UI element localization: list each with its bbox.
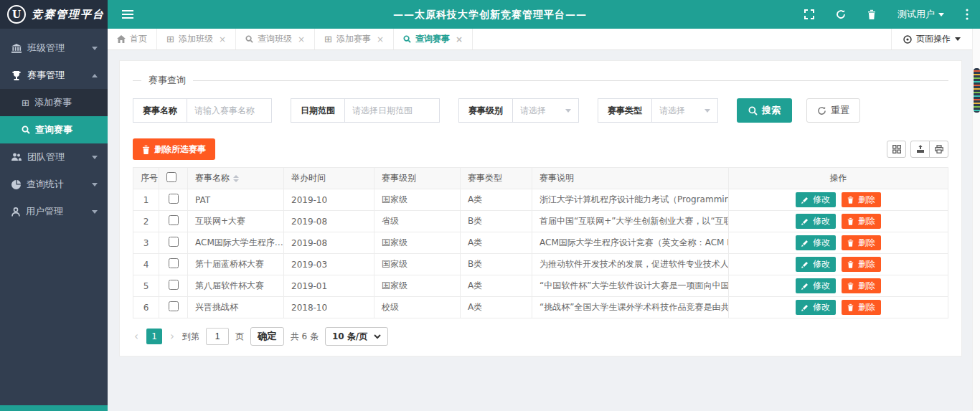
print-button[interactable]	[929, 141, 948, 158]
current-page-button[interactable]: 1	[146, 329, 162, 344]
competition-name: PAT	[188, 189, 284, 211]
goto-page-input[interactable]	[206, 328, 229, 345]
sidebar-toggle-icon[interactable]	[108, 10, 148, 19]
tab-home[interactable]: 首页	[108, 29, 157, 49]
competition-name-filter: 赛事名称	[133, 98, 272, 123]
competition-type-filter: 赛事类型 请选择	[598, 98, 718, 123]
scrollbar-thumb[interactable]	[974, 68, 980, 113]
edit-button[interactable]: 修改	[796, 192, 836, 207]
delete-selected-button[interactable]: 删除所选赛事	[133, 138, 215, 160]
tab-query-competition[interactable]: 查询赛事 ×	[394, 29, 473, 49]
competition-name: 第八届软件杯大赛	[188, 275, 284, 297]
chevron-down-icon	[92, 156, 98, 159]
sidebar-subitem-label: 查询赛事	[35, 123, 72, 136]
sort-icon[interactable]	[233, 175, 239, 182]
refresh-icon[interactable]	[836, 9, 846, 19]
query-panel: 赛事查询 赛事名称 日期范围 赛事级别 请	[119, 60, 962, 356]
row-index: 4	[133, 254, 159, 275]
tab-add-class[interactable]: ⊞ 添加班级 ×	[157, 29, 236, 49]
competition-level-select[interactable]: 请选择	[513, 98, 579, 123]
user-menu[interactable]: 测试用户	[897, 8, 944, 21]
trash-icon	[847, 260, 854, 268]
sidebar-item-add-competition[interactable]: ⊞ 添加赛事	[0, 89, 108, 116]
sidebar-item-query-statistics[interactable]: 查询统计	[0, 171, 108, 198]
close-icon[interactable]: ×	[298, 34, 305, 44]
edit-button[interactable]: 修改	[796, 300, 836, 315]
competition-name-input[interactable]	[187, 98, 272, 123]
competition-time: 2019-10	[284, 189, 374, 211]
sidebar-item-competition-management[interactable]: 赛事管理	[0, 62, 108, 89]
delete-button[interactable]: 删除	[842, 214, 881, 229]
tab-add-competition[interactable]: ⊞ 添加赛事 ×	[315, 29, 394, 49]
tab-query-class[interactable]: 查询班级 ×	[236, 29, 315, 49]
edit-button[interactable]: 修改	[796, 257, 836, 272]
header-name[interactable]: 赛事名称	[188, 168, 284, 189]
delete-button[interactable]: 删除	[842, 300, 881, 315]
competition-time: 2019-03	[284, 254, 374, 275]
row-checkbox[interactable]	[169, 237, 179, 247]
trash-icon	[847, 239, 854, 247]
fullscreen-icon[interactable]	[804, 9, 814, 19]
search-button[interactable]: 搜索	[737, 98, 792, 123]
trash-icon	[142, 145, 150, 154]
edit-button[interactable]: 修改	[796, 214, 836, 229]
plus-square-icon: ⊞	[166, 34, 174, 44]
page-size-select[interactable]: 10 条/页	[325, 327, 388, 346]
target-icon	[903, 35, 912, 44]
edit-button[interactable]: 修改	[796, 278, 836, 293]
competition-level: 校级	[374, 297, 461, 318]
row-index: 5	[133, 275, 159, 297]
prev-page-icon[interactable]: ‹	[133, 330, 140, 343]
competition-type-select[interactable]: 请选择	[652, 98, 718, 123]
date-range-input[interactable]	[345, 98, 440, 123]
delete-button[interactable]: 删除	[842, 257, 881, 272]
chevron-down-icon	[565, 109, 571, 113]
search-icon	[245, 35, 253, 43]
delete-button[interactable]: 删除	[842, 235, 881, 250]
competition-name: 互联网+大赛	[188, 211, 284, 232]
trash-icon	[847, 303, 854, 311]
competition-name: 兴晋挑战杯	[188, 297, 284, 318]
close-icon[interactable]: ×	[456, 34, 463, 44]
select-all-checkbox[interactable]	[166, 172, 176, 182]
pencil-icon	[801, 197, 809, 204]
page-operations-dropdown[interactable]: 页面操作	[891, 29, 972, 49]
row-checkbox[interactable]	[169, 280, 179, 290]
sidebar-item-user-management[interactable]: 用户管理	[0, 198, 108, 225]
sidebar-item-team-management[interactable]: 团队管理	[0, 143, 108, 171]
page-size-label: 10 条/页	[332, 331, 367, 343]
reset-button[interactable]: 重置	[806, 98, 860, 123]
next-page-icon[interactable]: ›	[169, 330, 176, 343]
export-button[interactable]	[910, 141, 930, 158]
row-checkbox[interactable]	[169, 258, 179, 268]
total-count-label: 共 6 条	[291, 331, 319, 343]
toggle-columns-button[interactable]	[887, 141, 906, 158]
competition-level: 国家级	[374, 254, 461, 275]
competition-time: 2019-01	[284, 275, 374, 297]
close-icon[interactable]: ×	[219, 34, 226, 44]
competition-description: 浙江大学计算机程序设计能力考试（Programming Ability T…	[532, 189, 729, 211]
competition-type: B类	[461, 254, 532, 275]
delete-button[interactable]: 删除	[842, 278, 881, 293]
competition-name: 第十届蓝桥杯大赛	[188, 254, 284, 275]
sidebar-item-label: 赛事管理	[27, 69, 65, 82]
more-options-icon[interactable]	[966, 9, 969, 20]
delete-selected-label: 删除所选赛事	[154, 143, 206, 156]
row-index: 6	[133, 297, 159, 318]
sidebar-item-query-competition[interactable]: 查询赛事	[0, 116, 108, 143]
delete-button[interactable]: 删除	[842, 192, 881, 207]
pencil-icon	[801, 240, 809, 247]
row-index: 1	[133, 189, 159, 211]
close-icon[interactable]: ×	[377, 34, 384, 44]
clear-cache-icon[interactable]	[867, 9, 876, 19]
sidebar-item-label: 班级管理	[27, 42, 65, 55]
row-checkbox[interactable]	[169, 301, 179, 311]
row-checkbox[interactable]	[169, 194, 179, 204]
competition-description: “中国软件杯”大学生软件设计大赛是一项面向中国在校学生…	[532, 275, 729, 297]
row-checkbox[interactable]	[169, 215, 179, 225]
goto-confirm-button[interactable]: 确定	[250, 327, 284, 346]
users-icon	[11, 153, 22, 161]
edit-button[interactable]: 修改	[796, 235, 836, 250]
tab-label: 查询赛事	[415, 33, 450, 45]
sidebar-item-class-management[interactable]: 班级管理	[0, 34, 108, 62]
